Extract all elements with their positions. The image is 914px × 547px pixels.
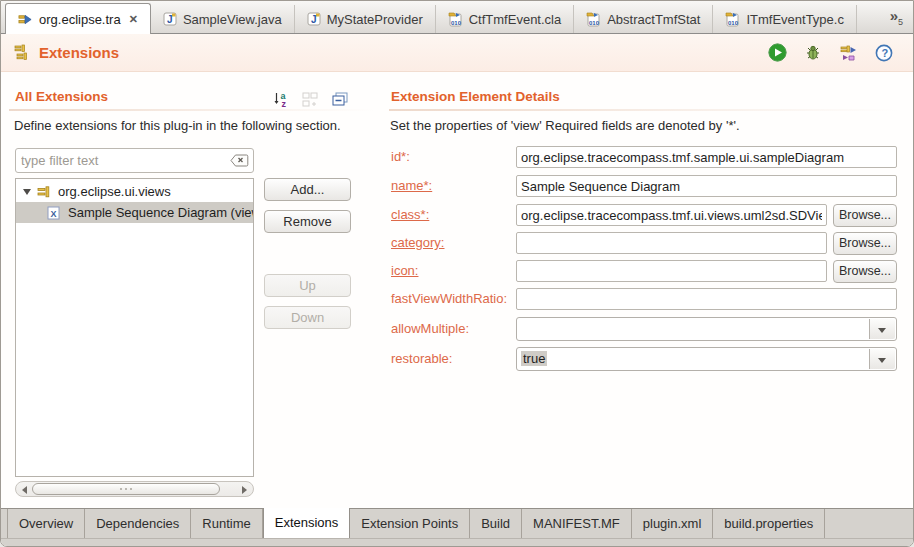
field-label-id: id*: bbox=[391, 149, 410, 164]
field-label-name-link[interactable]: name*: bbox=[391, 178, 432, 193]
plugin-manifest-editor-window: org.eclipse.tra ✕ J SampleView.java J My… bbox=[0, 0, 914, 547]
bottom-divider bbox=[1, 538, 913, 539]
editor-tab-sampleview[interactable]: J SampleView.java bbox=[151, 5, 295, 33]
tab-overflow-count: 5 bbox=[898, 17, 903, 27]
tab-overflow-chevron[interactable]: »5 bbox=[890, 7, 913, 33]
debug-icon[interactable] bbox=[804, 44, 822, 62]
tree-item-label: org.eclipse.ui.views bbox=[58, 184, 171, 199]
svg-text:010: 010 bbox=[451, 19, 462, 25]
run-icon[interactable] bbox=[768, 43, 787, 62]
extensions-tree: org.eclipse.ui.views X Sample Sequence D… bbox=[15, 178, 254, 477]
field-label-allowmultiple: allowMultiple: bbox=[391, 321, 469, 336]
svg-text:?: ? bbox=[881, 47, 888, 59]
java-file-icon: J bbox=[163, 12, 177, 26]
toggle-expand-icon[interactable] bbox=[302, 92, 318, 108]
icon-field[interactable] bbox=[516, 260, 827, 282]
editor-tab-mystateprovider[interactable]: J MyStateProvider bbox=[295, 5, 436, 33]
tab-manifest-mf[interactable]: MANIFEST.MF bbox=[522, 509, 632, 538]
svg-text:J: J bbox=[167, 14, 173, 25]
tree-item-extension-point[interactable]: org.eclipse.ui.views bbox=[16, 181, 253, 202]
class-file-icon: 010 bbox=[448, 12, 463, 27]
chevron-down-icon[interactable] bbox=[869, 319, 895, 339]
editor-tab-label: CtfTmfEvent.cla bbox=[469, 12, 561, 27]
field-label-icon-link[interactable]: icon: bbox=[391, 263, 418, 278]
field-label-class-link[interactable]: class*: bbox=[391, 207, 429, 222]
svg-text:010: 010 bbox=[728, 19, 739, 25]
details-description: Set the properties of 'view' Required fi… bbox=[390, 118, 740, 133]
all-extensions-title: All Extensions bbox=[15, 89, 108, 104]
class-file-icon: 010 bbox=[725, 12, 740, 27]
extensions-page-icon bbox=[13, 44, 31, 61]
tab-extension-points[interactable]: Extension Points bbox=[350, 509, 470, 538]
editor-tab-org-eclipse-tra[interactable]: org.eclipse.tra ✕ bbox=[5, 3, 151, 34]
collapse-all-icon[interactable] bbox=[331, 91, 349, 108]
field-label-fastviewwidthratio: fastViewWidthRatio: bbox=[391, 291, 507, 306]
scroll-right-icon[interactable] bbox=[242, 486, 247, 494]
category-field[interactable] bbox=[516, 232, 827, 254]
tree-item-label: Sample Sequence Diagram (view bbox=[68, 205, 254, 220]
fastviewwidthratio-field[interactable] bbox=[516, 288, 897, 310]
down-button[interactable]: Down bbox=[264, 306, 351, 329]
tab-plugin-xml[interactable]: plugin.xml bbox=[632, 509, 714, 538]
field-label-category-link[interactable]: category: bbox=[391, 235, 444, 250]
scrollbar-thumb[interactable] bbox=[32, 483, 220, 495]
editor-tab-itmfeventtype[interactable]: 010 ITmfEventType.c bbox=[713, 5, 857, 33]
java-file-icon: J bbox=[307, 12, 321, 26]
add-button[interactable]: Add... bbox=[264, 178, 351, 201]
close-icon[interactable]: ✕ bbox=[129, 13, 138, 26]
details-title: Extension Element Details bbox=[391, 89, 560, 104]
tab-build-properties[interactable]: build.properties bbox=[713, 509, 825, 538]
tree-expanded-arrow-icon[interactable] bbox=[23, 189, 31, 195]
class-field[interactable] bbox=[516, 204, 827, 226]
page-title: Extensions bbox=[39, 44, 119, 61]
editor-tab-label: org.eclipse.tra bbox=[39, 12, 121, 27]
tree-item-view-element[interactable]: X Sample Sequence Diagram (view bbox=[16, 202, 253, 223]
sort-alphabetically-icon[interactable]: az bbox=[273, 91, 290, 108]
svg-text:z: z bbox=[282, 99, 287, 108]
editor-tab-label: MyStateProvider bbox=[327, 12, 423, 27]
svg-text:J: J bbox=[311, 14, 317, 25]
editor-tab-ctftmfevent[interactable]: 010 CtfTmfEvent.cla bbox=[436, 5, 574, 33]
remove-button[interactable]: Remove bbox=[264, 210, 351, 233]
name-field[interactable] bbox=[516, 175, 897, 197]
extension-point-icon bbox=[37, 186, 52, 198]
tree-horizontal-scrollbar[interactable] bbox=[15, 481, 254, 497]
allowmultiple-combo[interactable] bbox=[516, 317, 897, 341]
category-browse-button[interactable]: Browse... bbox=[833, 232, 897, 255]
tab-build[interactable]: Build bbox=[470, 509, 522, 538]
clear-filter-icon[interactable] bbox=[230, 154, 249, 167]
all-extensions-description: Define extensions for this plug-in in th… bbox=[14, 118, 341, 133]
tab-overview[interactable]: Overview bbox=[7, 509, 85, 538]
filter-field-wrap bbox=[15, 148, 254, 173]
plugin-icon bbox=[18, 12, 33, 27]
restorable-combo[interactable]: true bbox=[516, 347, 897, 371]
svg-text:010: 010 bbox=[589, 19, 600, 25]
editor-tab-label: SampleView.java bbox=[183, 12, 282, 27]
section-rule bbox=[389, 109, 899, 111]
form-page-tab-bar: Overview Dependencies Runtime Extensions… bbox=[1, 508, 913, 546]
field-label-restorable: restorable: bbox=[391, 351, 452, 366]
export-plugin-icon[interactable] bbox=[839, 44, 858, 62]
editor-tab-bar: org.eclipse.tra ✕ J SampleView.java J My… bbox=[1, 1, 913, 34]
tab-extensions[interactable]: Extensions bbox=[263, 508, 351, 539]
id-field[interactable] bbox=[516, 146, 897, 168]
help-icon[interactable]: ? bbox=[875, 44, 893, 62]
icon-browse-button[interactable]: Browse... bbox=[833, 260, 897, 283]
filter-input[interactable] bbox=[21, 150, 226, 171]
editor-tab-abstracttmfstat[interactable]: 010 AbstractTmfStat bbox=[574, 5, 713, 33]
class-browse-button[interactable]: Browse... bbox=[833, 204, 897, 227]
up-button[interactable]: Up bbox=[264, 274, 351, 297]
form-page-header: Extensions ? bbox=[1, 34, 913, 72]
editor-tab-label: AbstractTmfStat bbox=[607, 12, 700, 27]
scroll-left-icon[interactable] bbox=[22, 486, 27, 494]
svg-text:X: X bbox=[50, 208, 56, 218]
tab-dependencies[interactable]: Dependencies bbox=[85, 509, 191, 538]
editor-tab-label: ITmfEventType.c bbox=[746, 12, 844, 27]
section-rule bbox=[9, 109, 375, 111]
tab-runtime[interactable]: Runtime bbox=[191, 509, 262, 538]
chevron-down-icon[interactable] bbox=[869, 349, 895, 369]
element-x-icon: X bbox=[47, 206, 61, 220]
class-file-icon: 010 bbox=[586, 12, 601, 27]
combo-value: true bbox=[521, 351, 547, 366]
